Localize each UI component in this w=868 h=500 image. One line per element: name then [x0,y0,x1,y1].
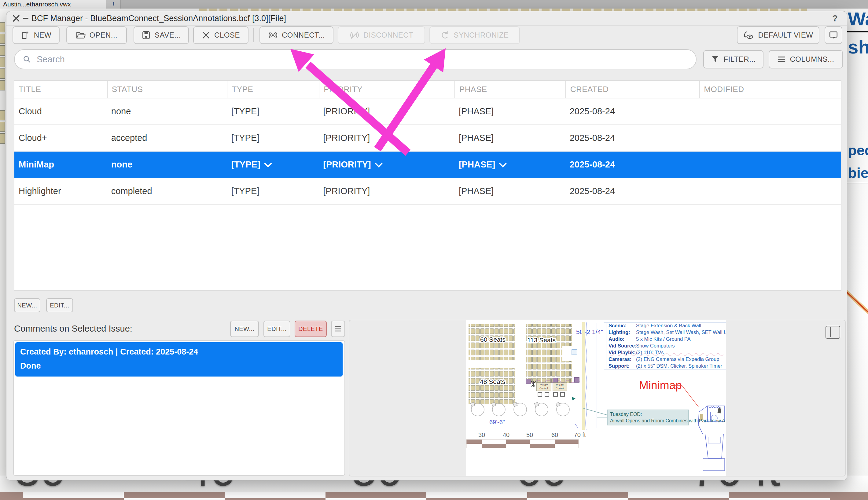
comment-list-options-button[interactable] [331,321,345,337]
dialog-title-bar[interactable]: BCF Manager - BlueBeamConnect_SessionAnn… [7,11,847,26]
control-table-word: Control [556,387,564,390]
filter-icon [711,55,719,64]
default-view-icon [743,31,754,40]
chevron-down-icon [499,160,506,167]
comment-bubble-button[interactable] [825,26,842,44]
disconnect-button[interactable]: DISCONNECT [338,26,425,44]
help-button[interactable]: ? [832,13,838,24]
close-button[interactable]: CLOSE [193,26,249,44]
scale-bar [0,492,868,498]
seat-count-label: 113 Seats [527,337,556,343]
drawing-text-fragment: sh, [848,36,868,58]
connect-button[interactable]: CONNECT... [260,26,333,44]
chevron-down-icon [375,160,382,167]
drawing-fragment-left [0,133,5,144]
document-tab[interactable]: Austin...ethanrosch.vwx [0,0,106,9]
synchronize-icon [441,31,449,40]
seat-count-label: 60 Seats [480,336,505,343]
table-row[interactable]: Cloud none [TYPE] [PRIORITY] [PHASE] 202… [14,99,841,125]
column-header-phase[interactable]: PHASE [455,81,566,98]
cell-title: Highlighter [14,186,107,196]
new-button-label: NEW [34,31,52,39]
drawing-fragment-left [0,80,5,90]
drawing-fragment-left [0,122,5,132]
window-close-icon[interactable] [12,15,20,22]
comment-edit-button[interactable]: EDIT... [263,321,290,337]
cell-title: Cloud+ [14,133,107,143]
save-button-label: SAVE... [155,31,181,39]
cell-status: none [107,106,227,116]
column-header-priority[interactable]: PRIORITY [319,81,455,98]
comment-item-selected[interactable]: Created By: ethanrosch | Created: 2025-0… [15,342,343,376]
info-label: Scenic: [608,323,627,328]
cell-title: MiniMap [14,160,107,170]
cell-phase-dropdown[interactable]: [PHASE] [455,160,566,170]
cell-phase: [PHASE] [455,106,566,116]
cell-priority-dropdown[interactable]: [PRIORITY] [319,160,455,170]
drawing-fragment-right [847,0,868,500]
comment-bubble-icon [829,31,838,40]
issues-table: TITLE STATUS TYPE PRIORITY PHASE CREATED… [14,80,842,291]
screen: Austin...ethanrosch.vwx + Wal sh, ped bi… [0,0,868,500]
seat-count-label: 48 Seats [480,378,505,385]
disconnect-button-label: DISCONNECT [363,31,413,39]
drawing-fragment-left [0,45,5,56]
new-tab-button[interactable]: + [106,0,121,9]
info-value: Show Computers [636,343,675,349]
cell-priority-value: [PRIORITY] [323,160,371,170]
table-row-selected[interactable]: MiniMap none [TYPE] [PRIORITY] [PHASE] 2… [14,151,841,178]
drawing-fragment-left [0,68,5,79]
comment-new-button[interactable]: NEW... [230,321,259,337]
drawing-text-fragment: biea [848,164,868,181]
info-value: (2) x 55" DSM, Clicker, Spieaker Timer [636,363,722,368]
info-label: Audio: [608,336,625,342]
table-row[interactable]: Cloud+ accepted [TYPE] [PRIORITY] [PHASE… [14,125,841,151]
cell-type-dropdown[interactable]: [TYPE] [227,160,319,170]
column-header-title[interactable]: TITLE [14,81,107,98]
cell-priority: [PRIORITY] [319,133,455,143]
panel-toggle-icon[interactable] [825,326,840,339]
document-tab-bar: Austin...ethanrosch.vwx + [0,0,868,9]
open-button[interactable]: OPEN... [66,26,127,44]
columns-button[interactable]: COLUMNS... [769,50,843,68]
info-label: Support: [608,363,630,368]
cell-created: 2025-08-24 [566,106,699,116]
table-row[interactable]: Highlighter completed [TYPE] [PRIORITY] … [14,178,841,205]
info-label: Vid Playbk: [608,350,636,355]
cell-status: none [107,160,227,170]
issue-viewpoint-panel: 60 Seats 113 Seats 48 Seats 50'-2 1/4" [349,320,846,476]
cell-type: [TYPE] [227,186,319,196]
issue-new-button[interactable]: NEW... [14,298,40,312]
synchronize-button[interactable]: SYNCHRONIZE [430,26,520,44]
search-input[interactable] [36,54,618,65]
close-button-label: CLOSE [214,31,240,39]
cell-status: completed [107,186,227,196]
info-label: Lighting: [608,329,630,335]
filter-button-label: FILTER... [723,55,755,64]
filter-button[interactable]: FILTER... [703,50,764,68]
column-header-created[interactable]: CREATED [566,81,699,98]
cell-phase: [PHASE] [455,186,566,196]
close-x-icon [202,31,210,39]
window-minimize-icon[interactable] [23,18,28,19]
comment-delete-button[interactable]: DELETE [295,321,327,337]
column-header-modified[interactable]: MODIFIED [699,81,841,98]
drawing-fragment-left [0,57,5,67]
cell-phase-value: [PHASE] [459,160,495,170]
drawing-fragment-left [0,110,5,121]
table-header-row: TITLE STATUS TYPE PRIORITY PHASE CREATED… [14,81,841,99]
issue-edit-button[interactable]: EDIT... [46,298,73,312]
comment-edit-label: EDIT... [267,326,287,332]
columns-button-label: COLUMNS... [790,55,834,64]
drawing-line-fragment [847,183,868,183]
cell-type-value: [TYPE] [231,160,260,170]
cell-priority: [PRIORITY] [319,106,455,116]
column-header-status[interactable]: STATUS [107,81,227,98]
column-header-type[interactable]: TYPE [227,81,319,98]
default-view-button[interactable]: DEFAULT VIEW [737,26,819,44]
new-button[interactable]: NEW [12,26,60,44]
cell-type: [TYPE] [227,106,319,116]
save-button[interactable]: SAVE... [134,26,189,44]
search-bar[interactable] [14,49,697,69]
viewpoint-drawing-area: 60 Seats 113 Seats 48 Seats 50'-2 1/4" [466,320,726,476]
